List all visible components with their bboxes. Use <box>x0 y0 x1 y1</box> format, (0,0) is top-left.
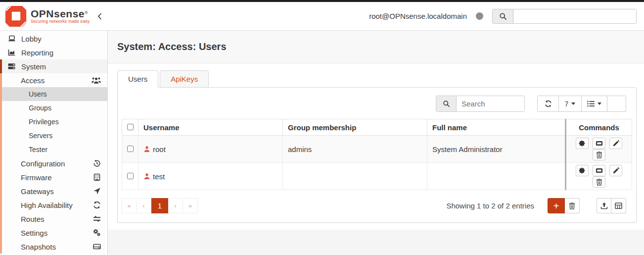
users-grid-panel: 7 Username <box>117 87 637 223</box>
export-table-button[interactable] <box>611 198 626 213</box>
select-all-cell <box>122 119 138 136</box>
import-export-group <box>597 198 626 213</box>
logo-wordmark: OPNsense® Securing networks made easy <box>31 8 90 24</box>
edit-button[interactable] <box>609 138 622 149</box>
sidebar-collapse-button[interactable] <box>97 13 102 20</box>
upload-button[interactable] <box>597 198 611 213</box>
pagination-last-button[interactable]: » <box>183 198 198 213</box>
table-row[interactable]: test <box>122 163 632 190</box>
sidebar-item-label: Access <box>21 76 45 85</box>
global-search <box>492 9 637 24</box>
refresh-button[interactable] <box>537 96 559 112</box>
certificate-button[interactable] <box>576 138 589 149</box>
username-value: root <box>153 145 166 153</box>
header-right: root@OPNsense.localdomain <box>369 9 637 24</box>
select-all-checkbox[interactable] <box>127 124 134 130</box>
group-membership-cell <box>283 163 427 190</box>
pagination-page-1-button[interactable]: 1 <box>151 198 168 213</box>
tab-apikeys[interactable]: ApiKeys <box>160 70 209 88</box>
api-key-button[interactable] <box>593 165 605 176</box>
users-table: Username Group membership Full name Comm… <box>122 119 632 190</box>
global-search-input[interactable] <box>513 9 636 23</box>
username-cell: root <box>138 136 283 163</box>
add-user-button[interactable]: + <box>548 198 565 213</box>
delete-selected-button[interactable] <box>565 198 580 213</box>
trash-icon <box>569 202 575 209</box>
page-size-dropdown[interactable]: 7 <box>559 96 582 112</box>
sidebar-item-snapshots[interactable]: Snapshots <box>0 240 107 254</box>
row-checkbox[interactable] <box>127 173 134 179</box>
row-checkbox[interactable] <box>127 146 134 152</box>
server-icon <box>7 62 16 70</box>
sidebar-item-servers[interactable]: Servers <box>0 129 107 143</box>
chart-area-icon <box>7 49 16 56</box>
sidebar-item-label: Servers <box>29 132 52 140</box>
column-header-username[interactable]: Username <box>138 119 283 136</box>
firmware-icon <box>93 173 101 181</box>
table-row[interactable]: root admins System Administrator <box>122 136 632 163</box>
grid-search-input[interactable] <box>457 96 524 111</box>
column-header-full-name[interactable]: Full name <box>427 119 566 136</box>
table-icon <box>615 202 622 209</box>
username-value: test <box>153 172 165 181</box>
sidebar-item-system[interactable]: System <box>0 59 107 73</box>
sidebar-item-high-availability[interactable]: High Availability <box>0 198 107 212</box>
sidebar-item-settings[interactable]: Settings <box>0 226 107 240</box>
pencil-icon <box>612 140 619 147</box>
sidebar-item-tester[interactable]: Tester <box>0 143 107 156</box>
grid-search-button[interactable] <box>436 96 457 111</box>
grid-settings-group: 7 <box>537 96 626 112</box>
opnsense-logo-icon <box>5 5 27 27</box>
sidebar-item-routes[interactable]: Routes <box>0 212 107 226</box>
commands-cell <box>566 136 632 163</box>
grid-footer: « ‹ 1 › » Showing 1 to 2 of 2 entries + <box>118 190 636 222</box>
column-header-group-membership[interactable]: Group membership <box>283 119 427 136</box>
page-header: System: Access: Users <box>108 31 644 63</box>
tab-bar: Users ApiKeys <box>117 70 637 88</box>
pencil-icon <box>612 167 619 174</box>
sidebar-item-groups[interactable]: Groups <box>0 101 107 115</box>
full-name-cell <box>427 163 566 190</box>
sidebar-item-configuration[interactable]: Configuration <box>0 156 107 170</box>
id-card-icon <box>596 167 603 174</box>
pagination-next-button[interactable]: › <box>168 198 183 213</box>
sidebar-item-label: Firmware <box>21 173 52 182</box>
brand-name: OPNsense <box>31 8 85 19</box>
sidebar-item-label: Gateways <box>21 187 54 196</box>
delete-button[interactable] <box>593 176 605 188</box>
registered-mark: ® <box>85 10 88 15</box>
logged-in-user: root@OPNsense.localdomain <box>369 12 467 20</box>
trash-icon <box>596 151 602 158</box>
sidebar-item-lobby[interactable]: Lobby <box>0 32 107 46</box>
footer-actions: Showing 1 to 2 of 2 entries + <box>446 198 626 213</box>
pagination: « ‹ 1 › » <box>122 198 198 213</box>
api-key-button[interactable] <box>593 138 605 149</box>
pagination-first-button[interactable]: « <box>122 198 137 213</box>
sidebar-item-access[interactable]: Access <box>0 73 107 87</box>
sidebar-item-label: Settings <box>21 229 47 237</box>
sidebar-item-label: Groups <box>29 104 51 112</box>
id-card-icon <box>596 140 603 147</box>
sidebar-item-firmware[interactable]: Firmware <box>0 170 107 184</box>
column-selection-dropdown[interactable] <box>582 96 607 112</box>
status-dot[interactable] <box>476 12 483 20</box>
grid-toolbar: 7 <box>118 88 636 119</box>
list-icon <box>587 101 595 107</box>
extra-toolbar-button[interactable] <box>607 96 626 112</box>
pagination-prev-button[interactable]: ‹ <box>137 198 151 213</box>
sidebar-item-gateways[interactable]: Gateways <box>0 184 107 198</box>
brand-tagline: Securing networks made easy <box>31 19 90 24</box>
global-search-button[interactable] <box>493 9 513 23</box>
entries-summary: Showing 1 to 2 of 2 entries <box>446 202 534 210</box>
users-icon <box>92 77 101 84</box>
tab-users[interactable]: Users <box>117 70 158 88</box>
hdd-icon <box>93 243 101 251</box>
sidebar-item-privileges[interactable]: Privileges <box>0 115 107 129</box>
delete-button[interactable] <box>593 149 605 160</box>
sidebar-item-reporting[interactable]: Reporting <box>0 46 107 59</box>
edit-button[interactable] <box>609 165 622 176</box>
row-select-cell <box>122 163 138 190</box>
refresh-icon <box>545 100 552 107</box>
sidebar-item-users[interactable]: Users <box>0 87 107 101</box>
certificate-button[interactable] <box>576 165 589 176</box>
